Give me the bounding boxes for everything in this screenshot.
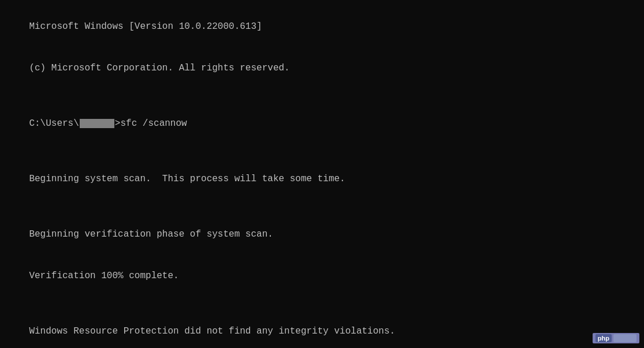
php-badge-text: php [595,334,612,342]
line-windows-version: Microsoft Windows [Version 10.0.22000.61… [7,6,637,47]
php-badge-bar [613,334,636,342]
line-protection-result: Windows Resource Protection did not find… [7,310,637,348]
line-copyright: (c) Microsoft Corporation. All rights re… [7,47,637,89]
line-command: C:\Users\ >sfc /scannow [7,103,637,144]
line-blank-1 [7,89,637,103]
php-badge: php [593,333,639,343]
redacted-username-1 [80,119,114,128]
line-verification-complete: Verification 100% complete. [7,255,637,297]
line-scan-begin: Beginning system scan. This process will… [7,158,637,200]
line-verification-begin: Beginning verification phase of system s… [7,214,637,255]
terminal-window[interactable]: Microsoft Windows [Version 10.0.22000.61… [0,0,644,348]
line-blank-2 [7,144,637,158]
line-blank-3 [7,200,637,214]
line-blank-4 [7,297,637,310]
